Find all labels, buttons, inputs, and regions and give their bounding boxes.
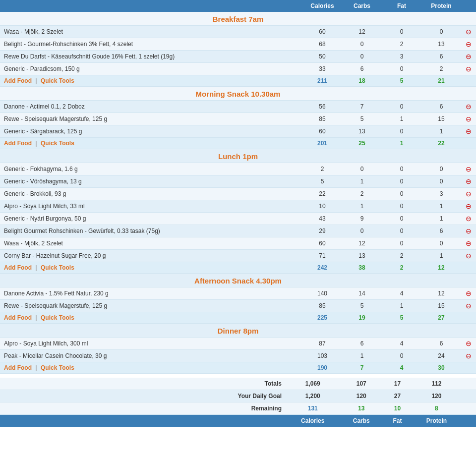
table-row: Danone Activia - 1.5% Fett Natur, 230 g1… [0,287,476,300]
add-food-link[interactable]: Add Food [4,140,32,147]
remove-cell: ⊖ [461,225,476,237]
add-food-link[interactable]: Add Food [4,77,32,84]
remove-food-button[interactable]: ⊖ [466,227,472,235]
protein-cell: 3 [421,188,461,200]
table-row: Alpro - Soya Light Milch, 33 ml10101⊖ [0,200,476,213]
summary-table: Totals 1,069 107 17 112 Your Daily Goal … [0,378,476,427]
add-food-link[interactable]: Add Food [4,364,32,371]
protein-header: Protein [421,0,461,12]
quick-tools-link[interactable]: Quick Tools [41,77,74,84]
daily-goal-row: Your Daily Goal 1,200 120 27 120 [0,390,476,402]
total-fat: 4 [382,362,421,374]
protein-cell: 6 [421,338,461,350]
remaining-calories: 131 [286,402,340,415]
carbs-cell: 0 [342,38,382,51]
table-row: Rewe Du Darfst - Käseaufschnitt Goude 16… [0,51,476,63]
add-food-link[interactable]: Add Food [4,264,32,271]
remove-food-button[interactable]: ⊖ [466,28,472,36]
remove-cell: ⊖ [461,63,476,75]
main-container: Calories Carbs Fat Protein Breakfast 7am… [0,0,476,427]
remove-cell: ⊖ [461,125,476,138]
remove-food-button[interactable]: ⊖ [466,190,472,198]
carbs-header: Carbs [342,0,382,12]
footer-header-row: Calories Carbs Fat Protein [0,415,476,427]
table-row: Generic - Vöröshagyma, 13 g5100⊖ [0,175,476,188]
carbs-cell: 0 [342,51,382,63]
totals-empty [461,312,476,324]
remove-food-button[interactable]: ⊖ [466,53,472,60]
fat-header: Fat [382,0,421,12]
total-protein: 27 [421,312,461,324]
meal-title-afternoon-snack: Afternoon Snack 4.30pm [0,274,476,287]
quick-tools-link[interactable]: Quick Tools [41,140,74,147]
fat-cell: 4 [382,287,421,300]
quick-tools-link[interactable]: Quick Tools [41,364,74,371]
calories-cell: 60 [302,26,342,38]
meal-title-lunch: Lunch 1pm [0,149,476,163]
remove-food-button[interactable]: ⊖ [466,103,472,111]
table-row: Corny Bar - Hazelnut Sugar Free, 20 g711… [0,250,476,262]
total-carbs: 7 [342,362,382,374]
remove-food-button[interactable]: ⊖ [466,302,472,310]
add-food-cell: Add Food | Quick Tools [0,75,302,87]
remove-food-button[interactable]: ⊖ [466,65,472,73]
calories-cell: 29 [302,225,342,237]
protein-cell: 0 [421,237,461,250]
quick-tools-link[interactable]: Quick Tools [41,314,74,321]
table-row: Peak - Micellar Casein Chocolate, 30 g10… [0,350,476,362]
remove-cell: ⊖ [461,101,476,113]
table-row: Alpro - Soya Light Milch, 300 ml87646⊖ [0,338,476,350]
goal-protein: 120 [412,390,461,402]
footer-protein: Protein [412,415,461,427]
food-name-cell: Rewe - Speisequark Magerstufe, 125 g [0,113,302,125]
remove-food-button[interactable]: ⊖ [466,127,472,135]
add-food-link[interactable]: Add Food [4,314,32,321]
quick-tools-link[interactable]: Quick Tools [41,264,74,271]
fat-cell: 1 [382,300,421,312]
remove-food-button[interactable]: ⊖ [466,352,472,360]
remove-food-button[interactable]: ⊖ [466,289,472,297]
carbs-cell: 5 [342,113,382,125]
food-name-cell: Generic - Vöröshagyma, 13 g [0,175,302,188]
add-food-cell: Add Food | Quick Tools [0,312,302,324]
separator: | [34,264,39,271]
carbs-cell: 12 [342,237,382,250]
calories-cell: 87 [302,338,342,350]
table-row: Wasa - Mjölk, 2 Szelet601200⊖ [0,26,476,38]
total-fat: 5 [382,75,421,87]
remove-cell: ⊖ [461,26,476,38]
carbs-cell: 12 [342,26,382,38]
remove-food-button[interactable]: ⊖ [466,40,472,48]
remove-food-button[interactable]: ⊖ [466,215,472,223]
fat-cell: 0 [382,175,421,188]
meal-totals-row-morning-snack: Add Food | Quick Tools20125122 [0,138,476,149]
protein-cell: 0 [421,175,461,188]
daily-goal-label: Your Daily Goal [0,390,286,402]
protein-cell: 15 [421,113,461,125]
separator: | [34,140,39,147]
remove-food-button[interactable]: ⊖ [466,340,472,347]
calories-cell: 2 [302,163,342,175]
remove-food-button[interactable]: ⊖ [466,252,472,260]
total-fat: 2 [382,262,421,274]
remove-food-button[interactable]: ⊖ [466,165,472,173]
remove-food-button[interactable]: ⊖ [466,202,472,210]
carbs-cell: 1 [342,350,382,362]
calories-cell: 140 [302,287,342,300]
carbs-cell: 0 [342,163,382,175]
meal-title-morning-snack: Morning Snack 10.30am [0,87,476,100]
remaining-carbs: 13 [340,402,383,415]
food-name-cell: Belight - Gourmet-Rohschinken 3% Fett, 4… [0,38,302,51]
remove-header [461,0,476,12]
remove-food-button[interactable]: ⊖ [466,115,472,123]
totals-empty [461,75,476,87]
remove-food-button[interactable]: ⊖ [466,239,472,247]
remaining-label: Remaining [0,402,286,415]
totals-empty [461,362,476,374]
totals-calories: 1,069 [286,378,340,390]
food-name-cell: Corny Bar - Hazelnut Sugar Free, 20 g [0,250,302,262]
totals-empty [461,262,476,274]
separator: | [34,314,39,321]
remove-food-button[interactable]: ⊖ [466,177,472,185]
add-food-cell: Add Food | Quick Tools [0,262,302,274]
